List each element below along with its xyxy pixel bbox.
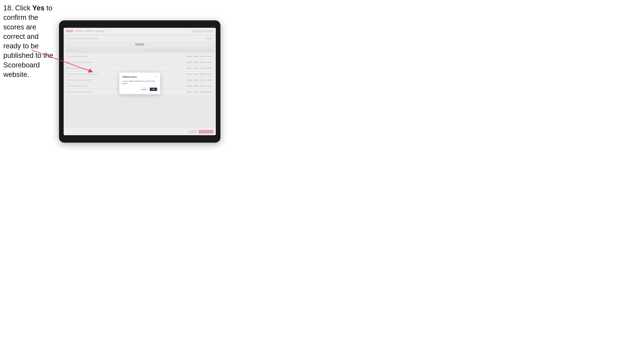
yes-button[interactable]: Yes [150,88,157,91]
modal-footer: Cancel Yes [122,87,157,91]
modal-body-text: Are you ready to publish these scores to… [122,80,157,85]
modal-close-button[interactable]: × [154,76,157,78]
modal-overlay: Publish scores × Are you ready to publis… [64,28,216,135]
publish-scores-modal: Publish scores × Are you ready to publis… [119,73,160,94]
emphasis-yes: Yes [32,4,44,12]
text-pre: Click [13,4,32,12]
modal-title: Publish scores [122,76,137,78]
step-number: 18. [3,4,13,12]
cancel-button[interactable]: Cancel [139,87,148,91]
modal-header: Publish scores × [122,76,157,78]
tablet-screen: Publish scores × Are you ready to publis… [64,28,216,135]
text-post: to confirm the scores are correct and re… [3,4,53,78]
tablet-device: Publish scores × Are you ready to publis… [59,20,220,143]
instruction-text: 18. Click Yes to confirm the scores are … [3,3,55,79]
